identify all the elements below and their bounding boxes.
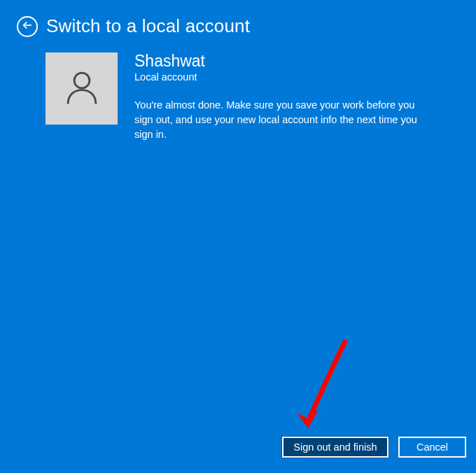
page-title: Switch to a local account: [46, 15, 250, 37]
description-text: You're almost done. Make sure you save y…: [134, 98, 435, 142]
user-name: Shashwat: [134, 52, 435, 70]
annotation-arrow-icon: [295, 336, 358, 434]
sign-out-and-finish-button[interactable]: Sign out and finish: [282, 437, 388, 458]
user-icon: [62, 67, 102, 111]
svg-marker-3: [297, 409, 319, 428]
account-type-label: Local account: [134, 71, 435, 83]
header: Switch to a local account: [0, 0, 476, 37]
arrow-left-icon: [22, 20, 33, 34]
footer-buttons: Sign out and finish Cancel: [282, 437, 466, 458]
user-info: Shashwat Local account You're almost don…: [134, 52, 435, 142]
cancel-button[interactable]: Cancel: [398, 437, 466, 458]
svg-point-1: [74, 73, 90, 88]
avatar: [46, 52, 118, 125]
content-area: Shashwat Local account You're almost don…: [0, 37, 476, 142]
back-button[interactable]: [17, 16, 38, 37]
